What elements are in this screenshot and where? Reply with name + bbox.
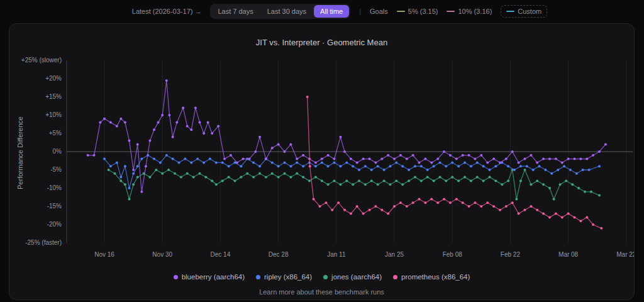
svg-text:Feb 08: Feb 08 bbox=[443, 251, 463, 258]
goals-label: Goals bbox=[370, 8, 388, 15]
x-tick-labels: Nov 16Nov 30Dec 14Dec 28Jan 11Jan 25Feb … bbox=[94, 251, 635, 258]
svg-text:Nov 30: Nov 30 bbox=[152, 251, 172, 258]
range-button-last-7-days[interactable]: Last 7 days bbox=[211, 5, 259, 18]
svg-text:+5%: +5% bbox=[49, 130, 62, 137]
legend-dot bbox=[256, 275, 260, 279]
legend-dot bbox=[174, 275, 178, 279]
svg-text:-10%: -10% bbox=[47, 184, 62, 191]
series-line-ripley bbox=[104, 155, 599, 188]
series-line-blueberry bbox=[88, 81, 606, 192]
svg-text:+10%: +10% bbox=[45, 111, 62, 118]
svg-text:-5%: -5% bbox=[50, 166, 62, 173]
goal-line-swatch bbox=[447, 11, 455, 12]
svg-text:Jan 25: Jan 25 bbox=[385, 251, 404, 258]
goal-line-swatch bbox=[397, 11, 405, 12]
goal-5-percent[interactable]: 5% (3.15) bbox=[397, 8, 438, 15]
svg-text:+25% (slower): +25% (slower) bbox=[21, 57, 62, 64]
svg-text:Nov 16: Nov 16 bbox=[94, 251, 114, 258]
legend-dot bbox=[323, 275, 328, 279]
svg-text:0%: 0% bbox=[53, 148, 62, 155]
separator: | bbox=[359, 8, 361, 15]
legend-item-ripley[interactable]: ripley (x86_64) bbox=[256, 273, 312, 281]
svg-text:Feb 22: Feb 22 bbox=[501, 251, 521, 258]
chart-legend: blueberry (aarch64)ripley (x86_64)jones … bbox=[9, 273, 634, 281]
learn-more-link[interactable]: Learn more about these benchmark runs bbox=[9, 288, 634, 296]
range-button-last-30-days[interactable]: Last 30 days bbox=[261, 5, 313, 18]
svg-text:Mar 08: Mar 08 bbox=[558, 251, 579, 258]
legend-item-prometheus[interactable]: prometheus (x86_64) bbox=[393, 273, 470, 281]
goal-custom[interactable]: Custom bbox=[501, 5, 547, 18]
svg-text:+20%: +20% bbox=[45, 75, 62, 82]
series-prometheus bbox=[306, 96, 603, 230]
latest-date-link[interactable]: Latest (2026-03-17) → bbox=[132, 8, 202, 15]
goal-label: 5% (3.15) bbox=[408, 8, 438, 15]
chart-title: JIT vs. Interpreter · Geometric Mean bbox=[9, 38, 634, 47]
legend-label: jones (aarch64) bbox=[331, 273, 382, 281]
svg-text:Dec 14: Dec 14 bbox=[211, 251, 231, 258]
legend-dot bbox=[393, 275, 397, 279]
svg-text:-20%: -20% bbox=[47, 221, 62, 228]
svg-text:-15%: -15% bbox=[47, 203, 62, 210]
y-tick-labels: +25% (slower)+20%+15%+10%+5%0%-5%-10%-15… bbox=[21, 57, 62, 246]
series-line-prometheus bbox=[308, 97, 602, 228]
goal-label: Custom bbox=[518, 8, 541, 15]
series-blueberry bbox=[87, 79, 607, 193]
legend-item-jones[interactable]: jones (aarch64) bbox=[323, 273, 382, 281]
top-bar: Latest (2026-03-17) → Last 7 days Last 3… bbox=[0, 0, 644, 23]
series-points-prometheus[interactable] bbox=[306, 96, 603, 230]
legend-item-blueberry[interactable]: blueberry (aarch64) bbox=[174, 273, 245, 281]
series-jones bbox=[108, 169, 601, 200]
legend-label: blueberry (aarch64) bbox=[182, 273, 245, 281]
legend-label: ripley (x86_64) bbox=[264, 273, 312, 281]
svg-text:-25% (faster): -25% (faster) bbox=[25, 239, 62, 246]
time-range-selector: Last 7 days Last 30 days All time bbox=[210, 4, 350, 19]
goal-line-swatch bbox=[506, 11, 514, 12]
svg-text:Dec 28: Dec 28 bbox=[269, 251, 289, 258]
chart-plot[interactable]: +25% (slower)+20%+15%+10%+5%0%-5%-10%-15… bbox=[9, 54, 635, 284]
chart-card: JIT vs. Interpreter · Geometric Mean Per… bbox=[9, 23, 635, 300]
goal-label: 10% (3.16) bbox=[458, 8, 492, 15]
svg-text:Jan 11: Jan 11 bbox=[327, 251, 346, 258]
range-button-all-time[interactable]: All time bbox=[314, 5, 349, 18]
goal-10-percent[interactable]: 10% (3.16) bbox=[447, 8, 492, 15]
svg-text:+15%: +15% bbox=[45, 93, 62, 100]
svg-text:Mar 22: Mar 22 bbox=[616, 251, 635, 258]
legend-label: prometheus (x86_64) bbox=[401, 273, 470, 281]
